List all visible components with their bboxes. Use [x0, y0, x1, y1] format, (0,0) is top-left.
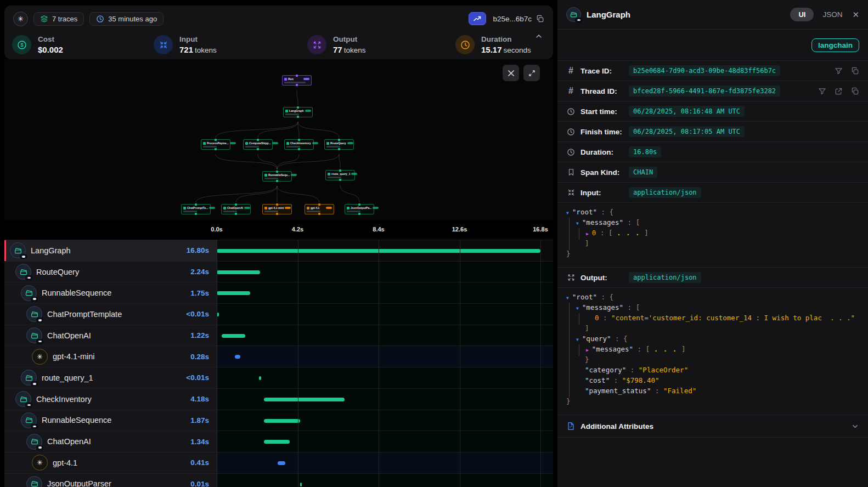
- expand-graph-button[interactable]: [523, 65, 540, 81]
- tab-ui[interactable]: UI: [790, 8, 814, 21]
- span-icon: ✳: [15, 264, 31, 280]
- graph-edge: [339, 154, 340, 168]
- panel-close-icon[interactable]: ✕: [852, 10, 859, 20]
- graph-edge: [277, 154, 339, 169]
- langchain-tag[interactable]: langchain: [811, 38, 859, 52]
- span-duration-bar[interactable]: [217, 291, 250, 295]
- span-name-zone: ✳ ChatOpenAI 1.22s: [4, 325, 217, 346]
- trace-chart-button[interactable]: [469, 12, 486, 25]
- span-duration-bar[interactable]: [300, 483, 302, 486]
- copy-icon[interactable]: [851, 67, 859, 75]
- collapse-stats-chevron[interactable]: [534, 32, 543, 41]
- span-row[interactable]: ✳ RouteQuery 2.24s: [4, 261, 553, 282]
- span-row[interactable]: ✳ ChatPromptTemplate <0.01s: [4, 303, 553, 325]
- node-type-icon: [203, 142, 206, 145]
- span-row[interactable]: ✳ route_query_1 <0.01s: [4, 367, 553, 388]
- tree-expanded-arrow[interactable]: ▼: [576, 306, 579, 311]
- span-duration-bar[interactable]: [259, 376, 261, 380]
- thread-id-value[interactable]: bfced28f-5966-4491-867e-fd3875fe3282: [629, 86, 780, 97]
- trace-id-value[interactable]: b25e0684-7d90-acd3-09be-48d83ff56b7c: [629, 65, 780, 76]
- node-subtitle: [203, 146, 217, 148]
- stat-input-value: 721: [179, 45, 193, 54]
- span-row[interactable]: ✳ ChatOpenAI 1.34s: [4, 431, 553, 452]
- additional-attributes-row[interactable]: Additional Attributes: [557, 415, 868, 438]
- graph-node[interactable]: ChatPromptTe...: [181, 204, 211, 214]
- axis-tick: 8.4s: [373, 226, 384, 233]
- span-duration-bar[interactable]: [264, 419, 300, 423]
- span-icon: ✳: [26, 476, 42, 487]
- node-chip: [209, 207, 215, 209]
- graph-edge: [277, 186, 319, 202]
- eye-badge-icon: [31, 297, 38, 302]
- tab-json[interactable]: JSON: [822, 10, 842, 19]
- tree-expanded-arrow[interactable]: ▼: [566, 211, 569, 216]
- input-json-tree[interactable]: ▼"root" : {▼"messages" : [▶0 : [ . . . ]…: [557, 203, 868, 268]
- copy-icon[interactable]: [851, 87, 859, 95]
- node-type-icon: [284, 78, 287, 81]
- graph-node[interactable]: JsonOutputPa...: [345, 204, 374, 214]
- span-name-zone: ✳ ChatOpenAI 1.34s: [4, 431, 217, 452]
- span-duration-bar[interactable]: [264, 440, 290, 444]
- span-icon: ✳: [21, 412, 37, 428]
- node-chip: [230, 142, 236, 144]
- traces-count-chip[interactable]: 7 traces: [33, 12, 84, 26]
- span-duration-bar[interactable]: [222, 334, 245, 338]
- graph-node[interactable]: gpt-4.1: [305, 204, 334, 214]
- duration-value: 16.80s: [629, 146, 661, 157]
- filter-icon[interactable]: [835, 67, 843, 75]
- json-tree-line: ]: [566, 239, 859, 250]
- tree-collapsed-arrow[interactable]: ▶: [586, 231, 589, 236]
- tree-expanded-arrow[interactable]: ▼: [576, 337, 579, 342]
- graph-node[interactable]: gpt-4.1-mini: [262, 204, 292, 214]
- span-duration-bar[interactable]: [217, 313, 219, 316]
- compress-icon: [566, 189, 576, 196]
- graph-node[interactable]: RunnableSequ...: [262, 171, 292, 182]
- langchain-icon: [25, 288, 33, 297]
- graph-node[interactable]: Run: [282, 75, 312, 86]
- span-duration-bar[interactable]: [264, 398, 345, 401]
- external-link-icon[interactable]: [835, 87, 843, 95]
- span-name-label: RunnableSequence: [42, 416, 111, 424]
- output-json-tree[interactable]: ▼"root" : {▼"messages" : [0 : "content='…: [557, 288, 868, 415]
- openai-icon: ✳: [37, 353, 43, 361]
- graph-node[interactable]: route_query_1: [325, 170, 355, 180]
- span-row[interactable]: ✳ RunnableSequence 1.87s: [4, 410, 553, 431]
- span-duration-bar[interactable]: [278, 461, 285, 465]
- filter-icon[interactable]: [818, 87, 826, 95]
- tree-expanded-arrow[interactable]: ▼: [576, 221, 579, 226]
- copy-trace-id-icon[interactable]: [536, 15, 544, 23]
- span-row[interactable]: ✳ gpt-4.1 0.41s: [4, 452, 553, 473]
- tag-row: langchain: [557, 30, 868, 61]
- span-row[interactable]: ✳ gpt-4.1-mini 0.28s: [4, 346, 553, 367]
- graph-node[interactable]: ProcessPayme...: [201, 139, 230, 150]
- span-duration-bar[interactable]: [217, 270, 260, 274]
- json-tree-line: ]: [566, 324, 859, 335]
- output-label: Output:: [580, 274, 629, 282]
- graph-node[interactable]: LangGraph: [283, 107, 313, 117]
- span-timeline-lane: [217, 325, 553, 346]
- graph-node[interactable]: CheckInventory: [284, 139, 314, 150]
- span-duration-bar[interactable]: [235, 355, 240, 359]
- graph-node[interactable]: ChatOpenAI: [221, 204, 251, 214]
- tree-collapsed-arrow[interactable]: ▶: [586, 348, 589, 353]
- span-duration-bar[interactable]: [217, 249, 540, 253]
- node-subtitle: [285, 114, 299, 115]
- span-row[interactable]: ✳ JsonOutputParser 0.01s: [4, 473, 553, 487]
- thread-id-row: # Thread ID: bfced28f-5966-4491-867e-fd3…: [557, 81, 868, 101]
- close-graph-button[interactable]: [503, 65, 519, 81]
- trace-main-area: ✳ 7 traces 35 minutes ago: [0, 0, 557, 487]
- json-tree-line: "cost" : "$798.40": [566, 376, 859, 387]
- cost-icon: $: [12, 35, 31, 54]
- graph-node[interactable]: ComputeShipp...: [243, 139, 273, 150]
- trace-short-id: b25e...6b7c: [493, 15, 532, 23]
- finish-time-label: Finish time:: [580, 128, 629, 136]
- graph-node[interactable]: RouteQuery: [324, 139, 354, 150]
- span-row[interactable]: ✳ ChatOpenAI 1.22s: [4, 325, 553, 346]
- tree-expanded-arrow[interactable]: ▼: [566, 296, 569, 301]
- node-chip: [347, 142, 353, 144]
- trend-icon: [473, 14, 482, 23]
- span-row[interactable]: ✳ LangGraph 16.80s: [4, 240, 553, 261]
- span-row[interactable]: ✳ RunnableSequence 1.75s: [4, 282, 553, 303]
- trace-id-label: Trace ID:: [580, 67, 629, 75]
- span-row[interactable]: ✳ CheckInventory 4.18s: [4, 388, 553, 410]
